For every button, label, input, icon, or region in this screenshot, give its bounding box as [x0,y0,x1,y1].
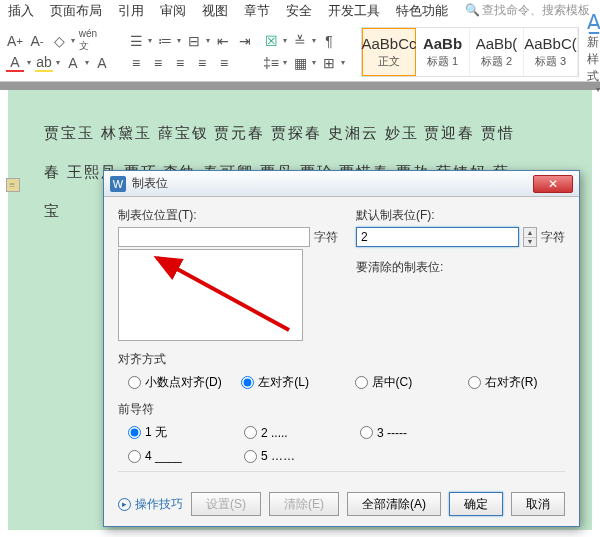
set-button[interactable]: 设置(S) [191,492,261,516]
align-center-icon[interactable]: ≡ [149,54,167,72]
tab-position-input[interactable] [118,227,310,247]
leader-1-radio[interactable]: 1 无 [128,424,228,441]
svg-line-1 [157,258,289,330]
clear-tabs-label: 要清除的制表位: [356,259,565,276]
line-spacing-icon[interactable]: ‡≡ [262,54,280,72]
unit-label: 字符 [541,229,565,246]
tab-chapters[interactable]: 章节 [244,2,270,20]
style-heading1[interactable]: AaBb 标题 1 [416,28,470,76]
leader-3-radio[interactable]: 3 ----- [360,424,460,441]
tips-icon: ▸ [118,498,131,511]
tab-security[interactable]: 安全 [286,2,312,20]
unit-label: 字符 [314,229,338,246]
tab-features[interactable]: 特色功能 [396,2,448,20]
align-justify-icon[interactable]: ≡ [193,54,211,72]
highlight-icon[interactable]: ab [35,54,53,72]
show-marks-icon[interactable]: ¶ [320,32,338,50]
increase-font-icon[interactable]: A+ [6,32,24,50]
style-heading2[interactable]: AaBb( 标题 2 [470,28,524,76]
clear-button[interactable]: 清除(E) [269,492,339,516]
align-center-radio[interactable]: 居中(C) [355,374,452,391]
align-right-radio[interactable]: 右对齐(R) [468,374,565,391]
doc-line: 贾宝玉 林黛玉 薛宝钗 贾元春 贾探春 史湘云 妙玉 贾迎春 贾惜 [44,114,556,153]
decrease-indent-icon[interactable]: ⇤ [214,32,232,50]
tab-view[interactable]: 视图 [202,2,228,20]
align-left-radio[interactable]: 左对齐(L) [241,374,338,391]
bullets-icon[interactable]: ☰ [127,32,145,50]
sort-icon[interactable]: ≚ [291,32,309,50]
spinner-down-icon[interactable]: ▼ [524,238,536,247]
tab-devtools[interactable]: 开发工具 [328,2,380,20]
leader-label: 前导符 [118,401,565,418]
style-gallery: AaBbCc 正文 AaBb 标题 1 AaBb( 标题 2 AaBbC( 标题… [361,27,579,77]
text-direction-icon[interactable]: ☒ [262,32,280,50]
dialog-titlebar[interactable]: W 制表位 ✕ [104,171,579,197]
align-decimal-radio[interactable]: 小数点对齐(D) [128,374,225,391]
style-normal[interactable]: AaBbCc 正文 [362,28,416,76]
close-button[interactable]: ✕ [533,175,573,193]
ribbon-toolbar: A+ A- ◇▾ wén文 A▾ ab▾ A▾ A ☰▾ ≔▾ ⊟▾ ⇤ ⇥ ≡… [0,22,600,82]
clear-format-icon[interactable]: ◇ [50,32,68,50]
tab-insert[interactable]: 插入 [8,2,34,20]
leader-5-radio[interactable]: 5 …… [244,449,344,463]
tips-link[interactable]: ▸操作技巧 [118,496,183,513]
tab-position-label: 制表位位置(T): [118,207,338,224]
new-style-button[interactable]: A̲ᴬ 新样式▾ [587,10,600,94]
multilevel-icon[interactable]: ⊟ [185,32,203,50]
default-tab-spinner[interactable]: ▲▼ [523,227,537,247]
char-border-icon[interactable]: A [64,54,82,72]
align-left-icon[interactable]: ≡ [127,54,145,72]
tab-positions-listbox[interactable] [118,249,303,341]
char-shading-icon[interactable]: A [93,54,111,72]
tab-review[interactable]: 审阅 [160,2,186,20]
tab-layout[interactable]: 页面布局 [50,2,102,20]
align-right-icon[interactable]: ≡ [171,54,189,72]
align-distributed-icon[interactable]: ≡ [215,54,233,72]
increase-indent-icon[interactable]: ⇥ [236,32,254,50]
default-tab-label: 默认制表位(F): [356,207,565,224]
style-heading3[interactable]: AaBbC( 标题 3 [524,28,578,76]
numbering-icon[interactable]: ≔ [156,32,174,50]
phonetic-icon[interactable]: wén文 [79,32,97,50]
tabs-dialog: W 制表位 ✕ 制表位位置(T): 字符 默认制表位(F): [103,170,580,527]
leader-2-radio[interactable]: 2 ..... [244,424,344,441]
cancel-button[interactable]: 取消 [511,492,565,516]
ribbon-tabs: 插入 页面布局 引用 审阅 视图 章节 安全 开发工具 特色功能 🔍查找命令、搜… [0,0,600,22]
spinner-up-icon[interactable]: ▲ [524,228,536,238]
search-icon: 🔍 [465,3,480,17]
borders-icon[interactable]: ⊞ [320,54,338,72]
page-marker-icon: ≡ [6,178,20,192]
leader-4-radio[interactable]: 4 ____ [128,449,228,463]
ok-button[interactable]: 确定 [449,492,503,516]
shading-icon[interactable]: ▦ [291,54,309,72]
tab-references[interactable]: 引用 [118,2,144,20]
decrease-font-icon[interactable]: A- [28,32,46,50]
clear-all-button[interactable]: 全部清除(A) [347,492,441,516]
dialog-title: 制表位 [132,175,533,192]
default-tab-input[interactable] [356,227,519,247]
alignment-label: 对齐方式 [118,351,565,368]
font-color-icon[interactable]: A [6,54,24,72]
app-icon: W [110,176,126,192]
search-box[interactable]: 🔍查找命令、搜索模板 [465,2,590,19]
